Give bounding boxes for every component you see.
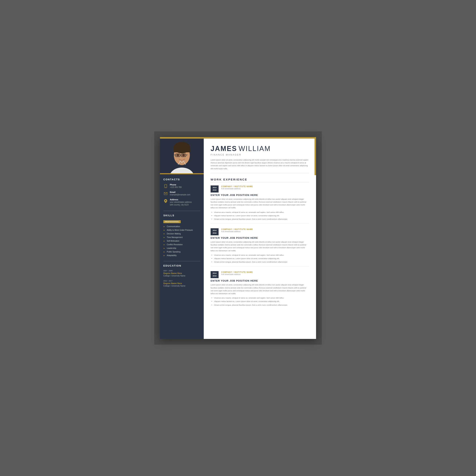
skills-section: SKILLS PROFESSIONAL ► Communication ► Ab… (163, 214, 200, 256)
address-label: Address (170, 198, 192, 201)
work-header: 2014 2016 COMPANY / INSTITUTE NAME Full … (211, 186, 309, 192)
phone-icon (163, 184, 168, 188)
sidebar: CONTACTS Phone +123 456 789 (160, 137, 204, 339)
edu-years: 2012 - 2017 (163, 280, 200, 282)
bullet-item: Vivamus arcu mauris, volutpat id varius … (214, 211, 309, 214)
year-end: 2016 (212, 275, 217, 277)
job-bullets: Vivamus arcu mauris, volutpat id varius … (211, 296, 309, 306)
skill-item: ► Adaptability (163, 254, 200, 256)
skill-arrow-icon: ► (163, 229, 165, 231)
job-bullets: Vivamus arcu mauris, volutpat id varius … (211, 211, 309, 221)
svg-point-12 (182, 154, 185, 156)
skill-name: Self-Motivation (167, 240, 179, 242)
address-value: your street/states addresswith country, … (170, 201, 192, 206)
education-section: EDUCATION 2007 - 2009 Degree Name Here C… (163, 264, 200, 287)
work-divider (211, 266, 309, 267)
job-description: Lorem ipsum dolor sit amet, consectetur … (211, 198, 309, 209)
job-position: ENTER YOUR JOB POSITION HERE (211, 237, 309, 239)
edu-school: College / University Name (163, 285, 200, 287)
name-line: JAMES WILLIAM (211, 145, 309, 153)
education-item: 2007 - 2009 Degree Name Here College / U… (163, 270, 200, 277)
job-bullets: Vivamus arcu mauris, volutpat id varius … (211, 254, 309, 264)
skill-arrow-icon: ► (163, 251, 165, 253)
sidebar-content: CONTACTS Phone +123 456 789 (160, 174, 204, 339)
job-position: ENTER YOUR JOB POSITION HERE (211, 194, 309, 197)
education-title: EDUCATION (163, 264, 200, 267)
contacts-section: CONTACTS Phone +123 456 789 (163, 178, 200, 206)
skill-name: Leadership (167, 247, 176, 249)
year-start: 2014 (212, 272, 217, 275)
divider-contacts-skills (163, 211, 200, 211)
contact-address: Address your street/states addresswith c… (163, 198, 200, 206)
skill-item: ► Decision Making (163, 233, 200, 235)
work-divider (211, 223, 309, 224)
svg-point-16 (166, 187, 166, 187)
skills-badge: PROFESSIONAL (163, 220, 181, 223)
phone-value: +123 456 789 (170, 186, 181, 189)
bullet-item: Vivamus arcu mauris, volutpat id varius … (214, 296, 309, 299)
contacts-title: CONTACTS (163, 178, 200, 181)
year-badge: 2014 2016 (211, 228, 219, 235)
year-start: 2014 (212, 229, 217, 232)
skill-arrow-icon: ► (163, 255, 165, 256)
contact-phone: Phone +123 456 789 (163, 184, 200, 189)
profile-text: Lorem ipsum dolor sit amet, consectetur … (211, 158, 309, 170)
job-position: ENTER YOUR JOB POSITION HERE (211, 279, 309, 282)
education-item: 2012 - 2017 Degree Name Here College / U… (163, 280, 200, 287)
skill-name: Decision Making (167, 233, 181, 235)
company-name: COMPANY / INSTITUTE NAME (221, 228, 253, 230)
skill-name: Time Management (167, 236, 183, 238)
photo-area (160, 137, 204, 174)
skill-item: ► Communication (163, 225, 200, 227)
skill-arrow-icon: ► (163, 233, 165, 235)
name-section: JAMES WILLIAM FINANCE MANAGER Lorem ipsu… (211, 145, 309, 173)
company-name: COMPANY / INSTITUTE NAME (221, 271, 253, 273)
skill-name: Ability to Work Under Pressure (167, 229, 193, 231)
email-value: example@example.com (170, 193, 190, 196)
company-address: Full street/state address (221, 273, 253, 275)
skills-title: SKILLS (163, 214, 200, 217)
edu-school: College / University Name (163, 275, 200, 277)
email-icon (163, 191, 168, 196)
bullet-item: Aliquam metus laoreet eu. Lorem ipsum do… (214, 300, 309, 303)
work-header: 2014 2016 COMPANY / INSTITUTE NAME Full … (211, 228, 309, 235)
company-address: Full street/state address (221, 230, 253, 233)
bullet-item: Ornare at dui congue, placerat faucibus … (214, 260, 309, 263)
skill-name: Adaptability (167, 254, 177, 256)
bullet-item: Vivamus arcu mauris, volutpat id varius … (214, 254, 309, 256)
skill-name: Public Speaking (167, 251, 181, 253)
job-description: Lorem ipsum dolor sit amet, consectetur … (211, 283, 309, 295)
year-start: 2014 (212, 187, 217, 189)
svg-point-11 (176, 154, 179, 156)
bullet-item: Aliquam metus laoreet eu. Lorem ipsum do… (214, 257, 309, 260)
skill-arrow-icon: ► (163, 237, 165, 238)
email-label: Email (170, 191, 190, 193)
job-description: Lorem ipsum dolor sit amet, consectetur … (211, 240, 309, 252)
svg-point-18 (165, 200, 166, 201)
contact-email-text: Email example@example.com (170, 191, 190, 196)
bullet-item: Ornare at dui congue, placerat faucibus … (214, 304, 309, 306)
company-name: COMPANY / INSTITUTE NAME (221, 186, 253, 187)
skill-item: ► Self-Motivation (163, 240, 200, 242)
work-entry: 2014 2016 COMPANY / INSTITUTE NAME Full … (211, 271, 309, 306)
skill-arrow-icon: ► (163, 244, 165, 246)
company-address: Full street/state address (221, 187, 253, 190)
skill-arrow-icon: ► (163, 226, 165, 227)
contact-address-text: Address your street/states addresswith c… (170, 198, 192, 206)
skill-item: ► Public Speaking (163, 251, 200, 253)
work-header: 2014 2016 COMPANY / INSTITUTE NAME Full … (211, 271, 309, 278)
skill-item: ► Time Management (163, 236, 200, 238)
svg-rect-13 (160, 173, 204, 174)
company-info: COMPANY / INSTITUTE NAME Full street/sta… (221, 186, 253, 190)
year-badge: 2014 2016 (211, 271, 219, 278)
page-wrapper: CONTACTS Phone +123 456 789 (154, 131, 322, 345)
year-end: 2016 (212, 189, 217, 191)
contact-phone-text: Phone +123 456 789 (170, 184, 181, 189)
person-photo (160, 137, 204, 174)
edu-degree: Degree Name Here (163, 282, 200, 285)
first-name: JAMES (211, 145, 237, 153)
phone-label: Phone (170, 184, 181, 186)
company-info: COMPANY / INSTITUTE NAME Full street/sta… (221, 271, 253, 275)
skill-name: Communication (167, 225, 180, 227)
last-name: WILLIAM (238, 145, 271, 153)
